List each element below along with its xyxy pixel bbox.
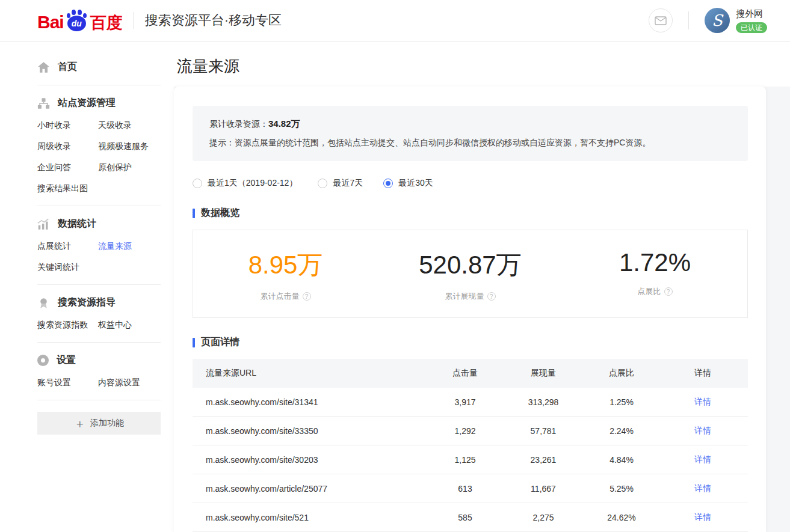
table-row: m.ask.seowhy.com/site/31341 3,917 313,29… [193, 388, 748, 417]
add-feature-button[interactable]: ＋ 添加功能 [37, 412, 161, 435]
baidu-logo-bai: Bai [37, 13, 64, 31]
impressions-value: 57,781 [501, 426, 585, 436]
stat-value-impressions: 520.87万 [378, 248, 563, 282]
source-url: m.ask.seowhy.com/site/30203 [193, 455, 429, 465]
sidebar-link[interactable]: 企业问答 [37, 162, 98, 173]
baidu-logo-chinese: 百度 [90, 15, 123, 31]
impressions-value: 2,275 [501, 513, 585, 522]
ctr-value: 4.84% [585, 455, 658, 465]
detail-link[interactable]: 详情 [694, 512, 711, 522]
sidebar-link[interactable]: 权益中心 [98, 320, 161, 331]
sidebar-link[interactable]: 视频极速服务 [98, 141, 161, 152]
source-url: m.ask.seowhy.com/site/31341 [193, 397, 429, 407]
impressions-value: 11,667 [501, 484, 585, 494]
source-url: m.ask.seowhy.com/site/521 [193, 513, 429, 522]
table-row: m.ask.seowhy.com/site/33350 1,292 57,781… [193, 417, 748, 445]
page-title-band: 流量来源 [174, 41, 790, 87]
sidebar-home-label: 首页 [58, 61, 77, 73]
ctr-value: 24.62% [585, 513, 658, 522]
sidebar-link-keyword-stats[interactable]: 关键词统计 [37, 262, 98, 273]
question-icon[interactable]: ? [664, 287, 673, 296]
verified-badge: 已认证 [736, 22, 767, 33]
mail-icon [655, 16, 667, 25]
source-url: m.ask.seowhy.com/site/33350 [193, 426, 429, 436]
question-icon[interactable]: ? [303, 292, 311, 301]
sidebar-section-data-statistics: 数据统计 [37, 218, 161, 230]
notice-tip: 提示：资源点展量的统计范围，包括站点主动提交、站点自动同步和微信授权的移动或自适… [209, 138, 731, 148]
messages-button[interactable] [649, 8, 673, 32]
ctr-value: 5.25% [585, 484, 658, 494]
section-accent-bar [193, 338, 195, 347]
sidebar-link-traffic-source-active[interactable]: 流量来源 [98, 241, 161, 252]
radio-circle [193, 179, 202, 188]
impressions-value: 313,298 [501, 397, 585, 407]
sidebar-section-resource-guidance: 搜索资源指导 [37, 296, 161, 309]
user-avatar[interactable]: S [705, 8, 730, 33]
stat-total-clicks: 8.95万 累计点击量 ? [193, 248, 378, 302]
ctr-value: 1.25% [585, 397, 658, 407]
header-divider [134, 12, 134, 29]
detail-link[interactable]: 详情 [694, 483, 711, 493]
radio-circle-checked [383, 179, 393, 188]
sidebar-link[interactable]: 天级收录 [98, 120, 161, 131]
question-icon[interactable]: ? [487, 292, 496, 301]
table-row: m.ask.seowhy.com/article/25077 613 11,66… [193, 474, 748, 503]
sidebar-divider [37, 342, 161, 343]
sidebar-section-site-resources: 站点资源管理 [37, 97, 161, 109]
sidebar-item-home[interactable]: 首页 [37, 61, 161, 73]
traffic-source-table: 流量来源URL 点击量 展现量 点展比 详情 m.ask.seowhy.com/… [193, 359, 748, 532]
top-header: Bai du 百度 搜索资源平台·移动专区 S 搜外网 已认证 [0, 0, 790, 41]
radio-last-7-days[interactable]: 最近7天 [318, 178, 363, 189]
stat-value-clicks: 8.95万 [193, 248, 378, 282]
gear-icon [37, 355, 49, 366]
sidebar-link[interactable]: 小时收录 [37, 120, 98, 131]
plus-icon: ＋ [74, 418, 85, 429]
detail-link[interactable]: 详情 [694, 397, 711, 406]
baidu-paw-icon: du [66, 10, 88, 31]
source-url: m.ask.seowhy.com/article/25077 [193, 484, 429, 494]
sidebar-divider [37, 284, 161, 285]
sidebar-link[interactable]: 内容源设置 [98, 378, 161, 388]
notice-box: 累计收录资源： 34.82万 提示：资源点展量的统计范围，包括站点主动提交、站点… [193, 106, 748, 161]
sidebar-link-click-stats[interactable]: 点展统计 [37, 241, 98, 252]
table-header-row: 流量来源URL 点击量 展现量 点展比 详情 [193, 359, 748, 388]
impressions-value: 23,261 [501, 455, 585, 465]
clicks-value: 3,917 [429, 397, 501, 407]
clicks-value: 585 [429, 513, 501, 522]
detail-link[interactable]: 详情 [694, 454, 711, 464]
indexed-resources-value: 34.82万 [268, 118, 300, 130]
sidebar-divider [37, 85, 161, 85]
page-title: 流量来源 [177, 56, 790, 77]
sidebar-divider [37, 206, 161, 206]
sidebar-section-settings: 设置 [37, 354, 161, 367]
sidebar-link[interactable]: 原创保护 [98, 162, 161, 173]
table-row: m.ask.seowhy.com/site/30203 1,125 23,261… [193, 445, 748, 474]
sidebar-link[interactable]: 搜索资源指数 [37, 320, 98, 331]
content-card: 累计收录资源： 34.82万 提示：资源点展量的统计范围，包括站点主动提交、站点… [174, 87, 766, 532]
medal-icon [37, 297, 50, 309]
radio-last-1-day[interactable]: 最近1天（2019-02-12） [193, 178, 297, 189]
sidebar-link[interactable]: 账号设置 [37, 378, 98, 388]
clicks-value: 1,292 [429, 426, 501, 436]
bar-chart-icon [37, 218, 50, 230]
sidebar-divider [37, 400, 161, 400]
section-accent-bar [193, 209, 195, 218]
sidebar-link[interactable]: 周级收录 [37, 141, 98, 152]
date-range-filter: 最近1天（2019-02-12） 最近7天 最近30天 [193, 178, 748, 189]
baidu-logo[interactable]: Bai du 百度 [37, 10, 123, 31]
detail-section-header: 页面详情 [193, 336, 748, 349]
radio-last-30-days[interactable]: 最近30天 [383, 178, 433, 189]
clicks-value: 1,125 [429, 455, 501, 465]
sitemap-icon [37, 97, 50, 109]
table-row: m.ask.seowhy.com/site/521 585 2,275 24.6… [193, 503, 748, 532]
radio-circle [318, 179, 327, 188]
indexed-resources-label: 累计收录资源： [209, 119, 268, 130]
platform-title: 搜索资源平台·移动专区 [145, 11, 282, 29]
sidebar: 首页 站点资源管理 小时收录 天级收录 周级收录 视频极速服务 企业问答 原创保… [0, 41, 174, 532]
detail-link[interactable]: 详情 [694, 426, 711, 435]
clicks-value: 613 [429, 484, 501, 494]
overview-section-header: 数据概览 [193, 207, 748, 219]
sidebar-link[interactable]: 搜索结果出图 [37, 183, 98, 194]
home-icon [37, 61, 50, 73]
user-name: 搜外网 [736, 8, 767, 20]
